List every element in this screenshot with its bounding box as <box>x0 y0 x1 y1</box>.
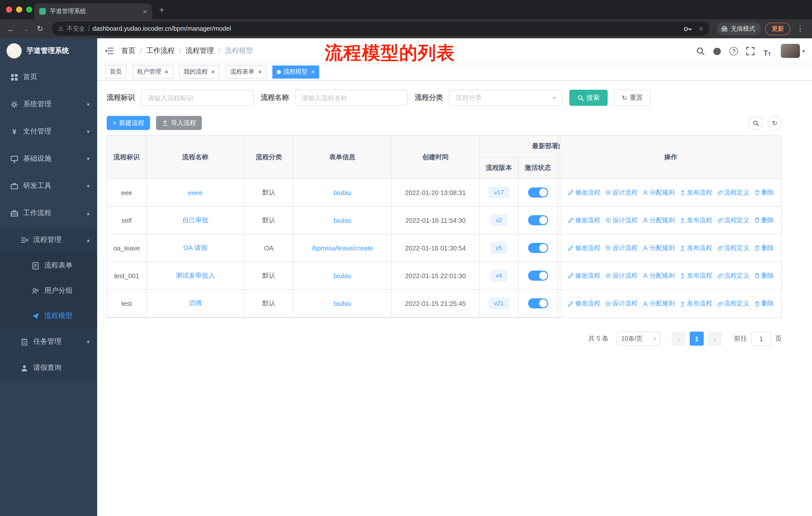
sidebar-item-leave-query[interactable]: 请假查询 <box>0 355 97 381</box>
op-edit-link[interactable]: 修改流程 <box>568 271 600 280</box>
forward-icon[interactable]: → <box>19 22 32 35</box>
op-publish-link[interactable]: 发布流程 <box>679 216 712 224</box>
reset-button[interactable]: ↻ 重置 <box>614 90 651 106</box>
op-delete-link[interactable]: 删除 <box>754 188 774 197</box>
process-name-link[interactable]: 测试多审批人 <box>176 271 215 280</box>
op-edit-link[interactable]: 修改流程 <box>568 244 600 252</box>
breadcrumb-home[interactable]: 首页 <box>121 46 136 55</box>
close-icon[interactable]: × <box>165 68 168 76</box>
close-icon[interactable]: × <box>258 68 262 76</box>
sidebar-toggle-icon[interactable] <box>97 38 121 63</box>
op-definition-link[interactable]: 流程定义 <box>717 299 749 308</box>
process-name-link[interactable]: 自己审批 <box>182 216 208 225</box>
op-design-link[interactable]: 设计流程 <box>605 216 638 224</box>
font-size-icon[interactable]: TT <box>761 45 773 57</box>
op-definition-link[interactable]: 流程定义 <box>717 244 749 252</box>
breadcrumb-workflow[interactable]: 工作流程 <box>146 46 175 55</box>
new-tab-button[interactable]: + <box>159 5 164 16</box>
op-design-link[interactable]: 设计流程 <box>605 299 638 308</box>
user-menu[interactable]: ▾ <box>781 44 805 58</box>
sidebar-item-user-group[interactable]: 用户分组 <box>0 278 97 303</box>
sidebar-item-infra[interactable]: 基础设施 ▾ <box>0 145 97 172</box>
close-icon[interactable]: × <box>211 68 215 76</box>
form-link[interactable]: biubiu <box>334 300 351 307</box>
sidebar-item-task-mgmt[interactable]: 任务管理 ▾ <box>0 329 97 355</box>
toggle-search-button[interactable] <box>749 116 763 130</box>
op-delete-link[interactable]: 删除 <box>754 244 774 252</box>
sidebar-item-devtools[interactable]: 研发工具 ▾ <box>0 172 97 199</box>
form-link[interactable]: biubiu <box>334 216 351 224</box>
op-assign-link[interactable]: 分配规则 <box>642 299 675 308</box>
tab-close-icon[interactable]: × <box>143 7 147 16</box>
process-name-link[interactable]: OA 请假 <box>183 243 207 252</box>
reload-icon[interactable]: ↻ <box>33 22 47 35</box>
bookmark-star-icon[interactable]: ☆ <box>698 25 704 32</box>
op-assign-link[interactable]: 分配规则 <box>642 244 675 252</box>
key-icon[interactable] <box>681 23 693 35</box>
fullscreen-icon[interactable] <box>745 45 757 57</box>
prev-page-button[interactable]: ‹ <box>671 332 686 346</box>
close-window-button[interactable] <box>6 6 12 12</box>
op-edit-link[interactable]: 修改流程 <box>568 216 600 224</box>
back-icon[interactable]: ← <box>4 22 18 35</box>
app-logo[interactable]: 芋道管理系统 <box>0 38 97 63</box>
active-toggle[interactable] <box>528 187 548 197</box>
process-name-link[interactable]: eeee <box>188 189 203 196</box>
op-publish-link[interactable]: 发布流程 <box>679 271 712 280</box>
op-assign-link[interactable]: 分配规则 <box>642 271 675 280</box>
tag-process-model[interactable]: 流程模型 × <box>272 65 319 78</box>
op-definition-link[interactable]: 流程定义 <box>717 216 749 224</box>
search-icon[interactable] <box>695 45 707 57</box>
tag-process-form[interactable]: 流程表单 × <box>226 65 266 78</box>
process-key-input[interactable] <box>141 90 254 106</box>
form-link[interactable]: biubiu <box>334 189 351 196</box>
form-link[interactable]: biubiu <box>334 272 351 279</box>
import-process-button[interactable]: 导入流程 <box>156 116 202 130</box>
next-page-button[interactable]: › <box>708 332 722 346</box>
address-bar[interactable]: ⚠ 不安全 dashboard.yudao.iocoder.cn/bpm/man… <box>52 22 710 36</box>
sidebar-item-home[interactable]: 首页 <box>0 63 97 91</box>
process-name-link[interactable]: 滔博 <box>189 299 202 308</box>
search-button[interactable]: 搜索 <box>569 90 608 106</box>
sidebar-item-process-mgmt[interactable]: 流程管理 ▴ <box>0 227 97 253</box>
op-definition-link[interactable]: 流程定义 <box>717 271 749 280</box>
op-design-link[interactable]: 设计流程 <box>605 244 638 252</box>
op-definition-link[interactable]: 流程定义 <box>717 188 749 197</box>
page-1-button[interactable]: 1 <box>690 332 704 346</box>
category-select[interactable]: 流程分类 ▾ <box>449 90 562 106</box>
op-publish-link[interactable]: 发布流程 <box>679 244 712 252</box>
op-edit-link[interactable]: 修改流程 <box>568 299 600 308</box>
sidebar-item-system[interactable]: 系统管理 ▾ <box>0 91 97 118</box>
form-link[interactable]: /bpm/oa/leave/create <box>312 244 373 252</box>
tag-home[interactable]: 首页 <box>105 65 126 78</box>
breadcrumb-process-mgmt[interactable]: 流程管理 <box>186 46 214 55</box>
maximize-window-button[interactable] <box>26 6 32 12</box>
tag-tenant[interactable]: 租户管理 × <box>133 65 173 78</box>
close-icon[interactable]: × <box>311 68 315 76</box>
op-edit-link[interactable]: 修改流程 <box>568 188 600 197</box>
help-icon[interactable]: ? <box>728 45 740 57</box>
active-toggle[interactable] <box>528 215 548 225</box>
active-toggle[interactable] <box>528 298 548 308</box>
browser-menu-icon[interactable]: ⋮ <box>794 24 806 33</box>
sidebar-item-workflow[interactable]: 工作流程 ▴ <box>0 199 97 227</box>
op-assign-link[interactable]: 分配规则 <box>642 216 675 224</box>
op-publish-link[interactable]: 发布流程 <box>679 299 712 308</box>
active-toggle[interactable] <box>528 271 548 281</box>
refresh-table-button[interactable]: ↻ <box>768 116 782 130</box>
op-delete-link[interactable]: 删除 <box>754 216 774 224</box>
chrome-update-button[interactable]: 更新 <box>765 22 790 35</box>
active-toggle[interactable] <box>528 243 548 253</box>
create-process-button[interactable]: + 新建流程 <box>107 116 150 130</box>
page-jumper-input[interactable] <box>751 332 771 346</box>
sidebar-item-process-model[interactable]: 流程模型 <box>0 303 97 329</box>
op-delete-link[interactable]: 删除 <box>754 299 774 308</box>
op-design-link[interactable]: 设计流程 <box>605 188 638 197</box>
op-delete-link[interactable]: 删除 <box>754 271 774 280</box>
github-icon[interactable] <box>711 45 723 57</box>
tag-my-process[interactable]: 我的流程 × <box>179 65 220 78</box>
minimize-window-button[interactable] <box>16 6 22 12</box>
page-size-select[interactable]: 10条/页 ▾ <box>617 332 661 346</box>
op-assign-link[interactable]: 分配规则 <box>642 188 675 197</box>
op-design-link[interactable]: 设计流程 <box>605 271 638 280</box>
